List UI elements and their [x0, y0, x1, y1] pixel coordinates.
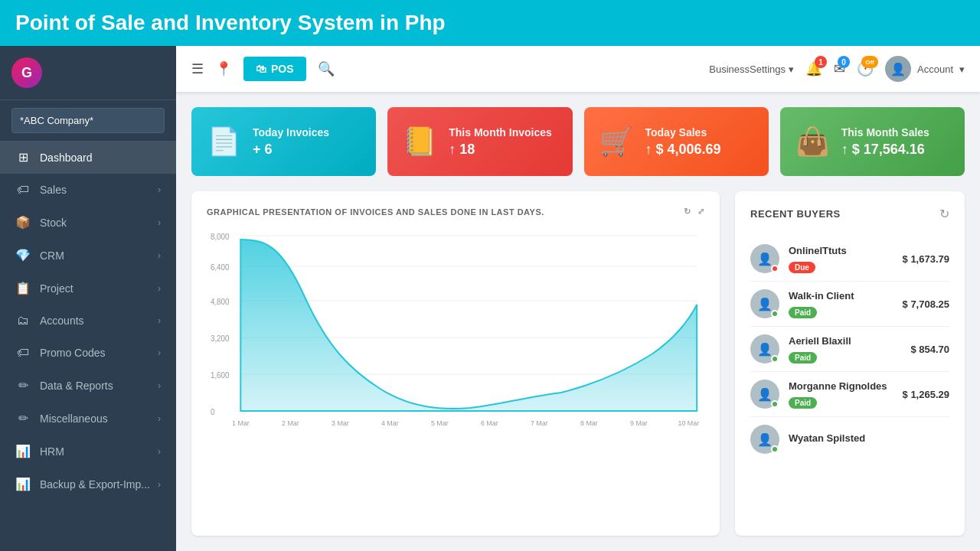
- buyer-status-dot: [771, 265, 779, 272]
- nav-label-dashboard: Dashboard: [40, 152, 93, 164]
- clock-badge: Off: [861, 56, 878, 68]
- account-button[interactable]: 👤 Account ▾: [885, 56, 965, 82]
- nav-label-backup: Backup & Export-Imp...: [40, 478, 150, 491]
- sidebar-item-stock[interactable]: 📦 Stock ›: [0, 206, 176, 239]
- bottom-row: GRAPHICAL PRESENTATION OF INVOICES AND S…: [191, 191, 965, 536]
- stock-icon: 📦: [15, 215, 31, 230]
- stat-card-month-invoices: 📒 This Month Invoices ↑ 18: [387, 107, 572, 176]
- banner-title: Point of Sale and Inventory System in Ph…: [15, 11, 446, 35]
- today-sales-value: ↑ $ 4,006.69: [645, 142, 753, 158]
- sales-icon: 🏷: [15, 183, 31, 197]
- nav-label-accounts: Accounts: [40, 315, 84, 327]
- buyer-status-badge: Paid: [789, 397, 817, 409]
- nav-label-hrm: HRM: [40, 445, 64, 458]
- business-settings-btn[interactable]: BusinessSettings ▾: [709, 64, 794, 75]
- month-sales-icon: 👜: [795, 126, 830, 158]
- today-invoices-label: Today Invoices: [253, 126, 361, 139]
- sidebar-nav: ⊞ Dashboard 🏷 Sales › 📦 Stock ›: [0, 141, 176, 551]
- svg-text:6,400: 6,400: [211, 263, 230, 272]
- buyer-status-dot: [771, 445, 779, 453]
- search-icon[interactable]: 🔍: [318, 60, 335, 77]
- location-icon[interactable]: 📍: [215, 60, 232, 77]
- svg-text:1,600: 1,600: [211, 371, 230, 380]
- chart-controls[interactable]: ↻ ⤢: [684, 207, 704, 217]
- svg-text:9 Mar: 9 Mar: [630, 419, 648, 427]
- svg-text:6 Mar: 6 Mar: [481, 419, 498, 427]
- nav-label-misc: Miscellaneous: [40, 412, 108, 425]
- sidebar-item-project[interactable]: 📋 Project ›: [0, 272, 176, 305]
- dashboard-icon: ⊞: [15, 150, 31, 165]
- sidebar-item-hrm[interactable]: 📊 HRM ›: [0, 435, 176, 468]
- sidebar-item-backup[interactable]: 📊 Backup & Export-Imp... ›: [0, 468, 176, 500]
- buyers-refresh-icon[interactable]: ↻: [939, 207, 949, 221]
- business-settings-label: BusinessSettings: [709, 64, 786, 75]
- today-sales-label: Today Sales: [645, 126, 753, 139]
- hamburger-icon[interactable]: ☰: [191, 60, 204, 77]
- chart-svg: 8,000 6,400 4,800 3,200 1,600 0: [207, 228, 704, 442]
- buyer-item: 👤 Morganne Rignoldes Paid $ 1,265.29: [750, 372, 949, 417]
- svg-text:4,800: 4,800: [211, 298, 230, 306]
- svg-text:4 Mar: 4 Mar: [381, 419, 399, 427]
- pos-button[interactable]: 🛍 POS: [243, 57, 306, 81]
- svg-text:10 Mar: 10 Mar: [678, 419, 700, 427]
- mail-button[interactable]: ✉ 0: [834, 60, 845, 77]
- stat-card-month-sales: 👜 This Month Sales ↑ $ 17,564.16: [780, 107, 965, 176]
- account-arrow: ▾: [959, 64, 965, 75]
- sidebar-item-accounts[interactable]: 🗂 Accounts ›: [0, 305, 176, 337]
- main-content: ☰ 📍 🛍 POS 🔍 BusinessSettings ▾ 🔔 1 ✉: [176, 46, 980, 551]
- svg-text:8,000: 8,000: [211, 233, 230, 241]
- svg-text:7 Mar: 7 Mar: [531, 419, 548, 427]
- accounts-icon: 🗂: [15, 314, 31, 328]
- crm-icon: 💎: [15, 248, 31, 262]
- logo-icon: G: [11, 57, 42, 88]
- sidebar-item-reports[interactable]: ✏ Data & Reports ›: [0, 369, 176, 402]
- buyer-item: 👤 Wyatan Spilsted: [750, 417, 949, 461]
- backup-icon: 📊: [15, 477, 31, 491]
- clock-button[interactable]: 🕐 Off: [857, 60, 874, 77]
- hrm-arrow: ›: [158, 446, 161, 457]
- reports-arrow: ›: [158, 380, 161, 391]
- stat-card-today-invoices: 📄 Today Invoices + 6: [191, 107, 376, 176]
- sidebar-item-sales[interactable]: 🏷 Sales ›: [0, 174, 176, 206]
- accounts-arrow: ›: [158, 315, 161, 326]
- buyer-item: 👤 OnlineITtuts Due $ 1,673.79: [750, 236, 949, 282]
- buyers-panel: RECENT BUYERS ↻ 👤 OnlineITtuts Due: [735, 191, 965, 536]
- svg-text:3,200: 3,200: [211, 334, 230, 343]
- crm-arrow: ›: [158, 250, 161, 261]
- nav-label-stock: Stock: [40, 217, 67, 229]
- pos-label: POS: [271, 63, 294, 75]
- buyer-status-dot: [771, 355, 779, 363]
- chart-title: GRAPHICAL PRESENTATION OF INVOICES AND S…: [207, 207, 704, 217]
- sidebar-item-dashboard[interactable]: ⊞ Dashboard: [0, 141, 176, 174]
- month-invoices-label: This Month Invoices: [449, 126, 557, 139]
- promo-arrow: ›: [158, 347, 161, 358]
- company-select[interactable]: *ABC Company*: [11, 108, 165, 133]
- business-settings-arrow: ▾: [789, 64, 794, 75]
- sidebar: G *ABC Company* ⊞ Dashboard 🏷 Sales ›: [0, 46, 176, 551]
- account-label: Account: [917, 64, 953, 75]
- sidebar-item-misc[interactable]: ✏ Miscellaneous ›: [0, 402, 176, 435]
- buyers-title: RECENT BUYERS: [750, 208, 841, 220]
- pos-bag-icon: 🛍: [256, 63, 266, 75]
- svg-text:8 Mar: 8 Mar: [580, 419, 598, 427]
- today-sales-icon: 🛒: [599, 126, 634, 158]
- promo-icon: 🏷: [15, 346, 31, 360]
- svg-text:3 Mar: 3 Mar: [332, 419, 349, 427]
- svg-text:5 Mar: 5 Mar: [431, 419, 449, 427]
- buyer-status-badge: Due: [789, 262, 815, 273]
- backup-arrow: ›: [158, 479, 161, 490]
- invoices-icon: 📄: [207, 126, 241, 158]
- buyer-name: Aeriell Blaxill: [789, 335, 901, 347]
- nav-label-crm: CRM: [40, 249, 64, 262]
- svg-text:2 Mar: 2 Mar: [282, 419, 299, 427]
- project-arrow: ›: [158, 283, 161, 294]
- sales-arrow: ›: [158, 184, 161, 195]
- sidebar-item-crm[interactable]: 💎 CRM ›: [0, 239, 176, 272]
- chart-refresh-icon[interactable]: ↻: [684, 207, 691, 217]
- buyer-status-dot: [771, 400, 779, 408]
- notification-button[interactable]: 🔔 1: [805, 60, 822, 77]
- stats-grid: 📄 Today Invoices + 6 📒 This Month Invoic…: [191, 107, 965, 176]
- dashboard: 📄 Today Invoices + 6 📒 This Month Invoic…: [176, 92, 980, 551]
- sidebar-item-promo[interactable]: 🏷 Promo Codes ›: [0, 337, 176, 369]
- chart-expand-icon[interactable]: ⤢: [697, 207, 705, 217]
